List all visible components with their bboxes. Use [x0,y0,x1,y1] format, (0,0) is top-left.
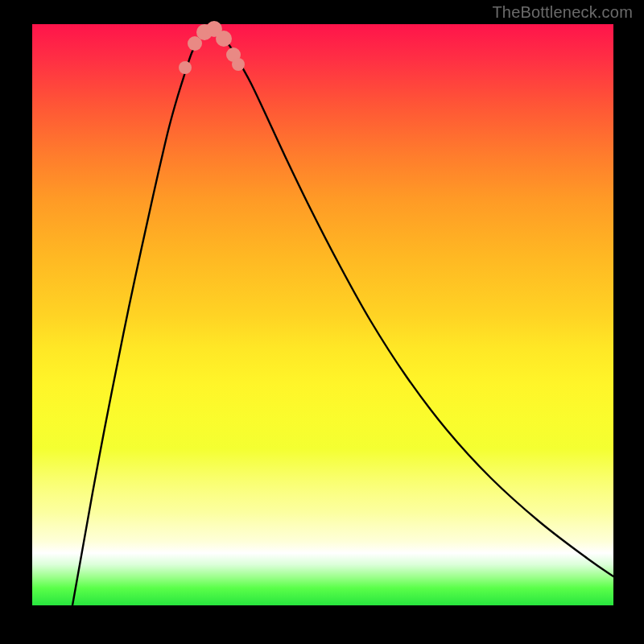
bottleneck-curve [72,29,613,605]
curve-marker [179,61,192,74]
plot-area [32,24,613,605]
curve-marker [232,58,245,71]
chart-svg [32,24,613,605]
curve-markers [179,21,245,74]
chart-frame: TheBottleneck.com [0,0,644,644]
watermark-text: TheBottleneck.com [492,3,633,22]
curve-marker [216,31,232,47]
